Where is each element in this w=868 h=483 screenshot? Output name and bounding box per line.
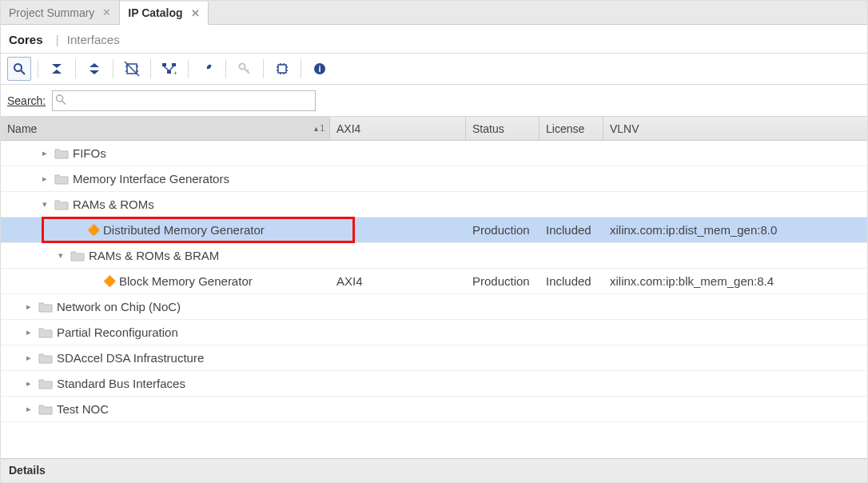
details-panel-header[interactable]: Details — [1, 458, 867, 482]
cell-status: Production — [466, 223, 540, 237]
hierarchy-button[interactable]: + — [157, 57, 181, 81]
separator — [225, 59, 226, 78]
chevron-right-icon[interactable]: ▸ — [23, 404, 34, 414]
close-icon[interactable]: ✕ — [102, 6, 111, 18]
search-row: Search: — [1, 85, 867, 117]
row-label: FIFOs — [73, 146, 106, 160]
table-row[interactable]: ▾RAMs & ROMs — [1, 192, 867, 218]
column-header-name[interactable]: Name ▴1 — [1, 117, 330, 140]
svg-point-0 — [14, 64, 22, 71]
subtab-cores[interactable]: Cores — [9, 33, 43, 46]
folder-icon — [39, 327, 52, 338]
table-row[interactable]: ▸SDAccel DSA Infrastructure — [1, 345, 867, 371]
sort-indicator: ▴1 — [314, 124, 325, 133]
chevron-down-icon[interactable]: ▾ — [39, 199, 50, 210]
column-label: AXI4 — [336, 122, 360, 135]
separator — [301, 59, 301, 78]
chevron-right-icon[interactable]: ▸ — [23, 353, 34, 363]
table-row[interactable]: 🔶Block Memory GeneratorAXI4ProductionInc… — [1, 269, 867, 294]
table-row[interactable]: ▾RAMs & ROMs & BRAM — [1, 243, 867, 269]
ip-tree[interactable]: ▸FIFOs▸Memory Interface Generators▾RAMs … — [1, 141, 867, 454]
column-header-status[interactable]: Status — [466, 117, 540, 140]
cell-name: ▸FIFOs — [1, 141, 330, 166]
folder-icon — [55, 199, 68, 210]
info-button[interactable]: i — [308, 57, 332, 81]
table-row[interactable]: ▸FIFOs — [1, 141, 867, 166]
separator — [263, 59, 264, 78]
chip-add-icon — [125, 62, 139, 76]
cell-name: ▸Test NOC — [1, 397, 330, 421]
subtab-interfaces[interactable]: Interfaces — [67, 33, 120, 46]
search-label: Search: — [7, 94, 46, 107]
details-label: Details — [9, 464, 46, 477]
row-label: Partial Reconfiguration — [57, 325, 178, 339]
expand-all-button[interactable] — [82, 57, 106, 81]
chevron-right-icon[interactable]: ▸ — [23, 327, 34, 337]
customize-ip-button[interactable] — [270, 57, 294, 81]
column-header-vlnv[interactable]: VLNV — [603, 117, 867, 140]
row-label: Network on Chip (NoC) — [57, 300, 181, 313]
cell-vlnv: xilinx.com:ip:blk_mem_gen:8.4 — [603, 274, 867, 288]
collapse-all-button[interactable] — [45, 57, 69, 81]
table-row[interactable]: ▸Test NOC — [1, 397, 867, 422]
row-label: RAMs & ROMs & BRAM — [89, 249, 219, 262]
cell-status: Production — [466, 274, 540, 288]
svg-point-18 — [240, 64, 245, 70]
table-row[interactable]: 🔶Distributed Memory GeneratorProductionI… — [1, 218, 867, 243]
table-row[interactable]: ▸Network on Chip (NoC) — [1, 294, 867, 320]
expand-all-icon — [88, 62, 101, 75]
collapse-all-icon — [50, 62, 63, 75]
svg-marker-2 — [52, 64, 62, 68]
cell-name: ▸Partial Reconfiguration — [1, 320, 330, 345]
column-header-license[interactable]: License — [540, 117, 603, 140]
info-icon: i — [313, 62, 326, 75]
svg-text:+: + — [173, 70, 177, 77]
svg-marker-5 — [90, 70, 99, 74]
tab-label: IP Catalog — [128, 6, 182, 19]
row-label: SDAccel DSA Infrastructure — [57, 351, 204, 365]
search-input[interactable] — [52, 90, 316, 111]
folder-icon — [39, 353, 52, 364]
column-label: Name — [7, 122, 37, 135]
table-row[interactable]: ▸Memory Interface Generators — [1, 166, 867, 192]
row-label: Test NOC — [57, 402, 109, 416]
separator — [150, 59, 151, 78]
svg-marker-3 — [52, 70, 62, 74]
hierarchy-icon: + — [162, 62, 177, 75]
close-icon[interactable]: ✕ — [191, 7, 200, 19]
folder-icon — [39, 378, 52, 389]
add-repository-button[interactable] — [120, 57, 144, 81]
ip-core-icon: 🔶 — [103, 276, 114, 287]
chevron-right-icon[interactable]: ▸ — [39, 148, 50, 158]
svg-line-15 — [164, 66, 169, 70]
ip-settings-button[interactable] — [195, 57, 219, 81]
cell-name: ▾RAMs & ROMs & BRAM — [1, 243, 330, 268]
column-label: VLNV — [610, 122, 639, 135]
folder-icon — [71, 250, 84, 261]
svg-text:i: i — [318, 64, 321, 74]
table-row[interactable]: ▸Partial Reconfiguration — [1, 320, 867, 345]
cell-name: ▸SDAccel DSA Infrastructure — [1, 345, 330, 370]
table-row[interactable]: ▸Standard Bus Interfaces — [1, 371, 867, 397]
chevron-right-icon[interactable]: ▸ — [39, 174, 50, 184]
search-icon — [13, 62, 26, 75]
chevron-right-icon[interactable]: ▸ — [23, 301, 34, 312]
svg-line-1 — [21, 70, 25, 74]
svg-line-20 — [247, 70, 249, 71]
chevron-right-icon[interactable]: ▸ — [23, 378, 34, 389]
separator — [188, 59, 189, 78]
cell-lic: Included — [540, 223, 603, 237]
cell-vlnv: xilinx.com:ip:dist_mem_gen:8.0 — [603, 223, 867, 237]
folder-icon — [55, 148, 68, 159]
folder-icon — [55, 174, 68, 185]
table-header: Name ▴1 AXI4 Status License VLNV — [1, 117, 867, 141]
search-button[interactable] — [7, 57, 31, 81]
cell-name: 🔶Block Memory Generator — [1, 269, 330, 293]
cell-name: ▾RAMs & ROMs — [1, 192, 330, 217]
tab-project-summary[interactable]: Project Summary ✕ — [1, 1, 120, 24]
chevron-down-icon[interactable]: ▾ — [55, 250, 66, 261]
license-button[interactable] — [233, 57, 257, 81]
column-header-axi4[interactable]: AXI4 — [330, 117, 466, 140]
tab-ip-catalog[interactable]: IP Catalog ✕ — [120, 2, 208, 25]
cell-name: ▸Network on Chip (NoC) — [1, 294, 330, 319]
